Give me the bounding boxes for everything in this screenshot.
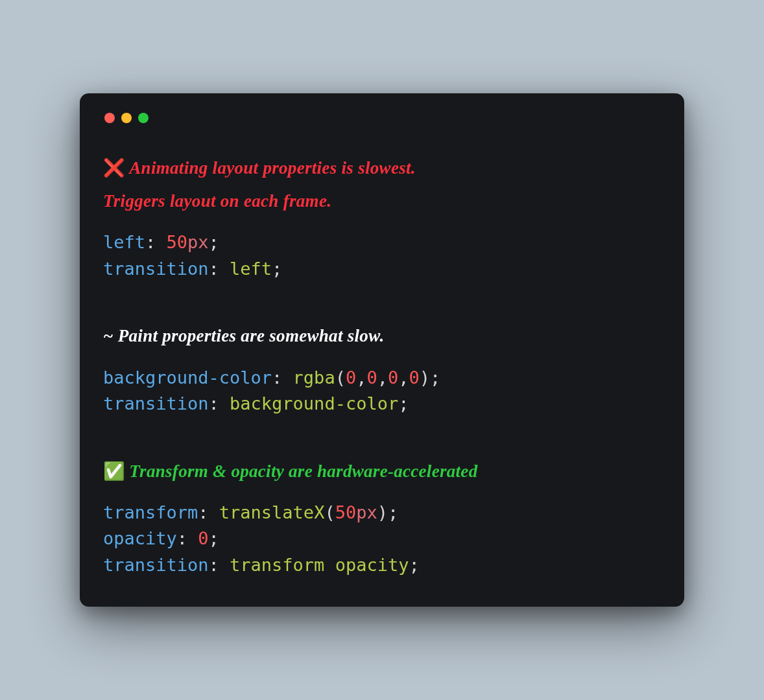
css-punctuation: : [177,528,198,548]
section-paint-properties: ~ Paint properties are somewhat slow. ba… [103,320,661,417]
css-punctuation [324,555,335,575]
css-number: 0 [346,368,356,388]
css-property: transition [103,259,209,279]
code-block-good: transform: translateX(50px); opacity: 0;… [103,500,661,579]
css-punctuation: ) [420,368,430,388]
css-punctuation: ( [335,368,346,388]
css-number: 0 [409,368,420,388]
css-value: background-color [230,393,398,414]
css-punctuation: : [272,368,293,388]
code-block-mid: background-color: rgba(0,0,0,0); transit… [103,365,661,417]
css-property: transform [103,502,198,522]
css-number: 0 [198,528,208,548]
window-zoom-icon[interactable] [138,113,149,123]
css-punctuation: : [209,393,230,414]
css-punctuation: : [209,259,230,279]
comment-mid: ~ Paint properties are somewhat slow. [103,320,661,353]
css-punctuation: , [398,368,409,388]
css-punctuation: , [356,368,366,388]
window-close-icon[interactable] [104,113,115,123]
css-value: transform [230,555,324,575]
css-function: rgba [293,368,335,388]
comment-mid-text: Paint properties are somewhat slow. [118,326,385,345]
css-punctuation: ; [409,555,419,575]
css-unit: px [187,232,209,252]
css-punctuation: ) [377,502,388,522]
css-punctuation: : [198,502,219,522]
traffic-lights [103,113,661,123]
css-value: left [230,259,272,279]
comment-good-text: Transform & opacity are hardware-acceler… [129,461,477,481]
css-property: left [103,232,145,252]
comment-good: ✅Transform & opacity are hardware-accele… [103,455,661,488]
css-property: background-color [103,368,272,388]
window-minimize-icon[interactable] [121,113,132,123]
css-punctuation: ; [209,528,219,548]
section-transform-opacity: ✅Transform & opacity are hardware-accele… [103,455,661,579]
code-window: ❌Animating layout properties is slowest.… [80,93,684,607]
css-punctuation: ( [324,502,335,522]
comment-bad-line2: Triggers layout on each frame. [103,191,331,211]
code-block-bad: left: 50px; transition: left; [103,229,661,282]
section-layout-properties: ❌Animating layout properties is slowest.… [103,152,661,283]
css-property: transition [103,393,209,414]
css-number: 0 [366,368,377,388]
comment-bad-line1: Animating layout properties is slowest. [129,158,416,178]
check-mark-icon: ✅ [103,461,125,482]
css-punctuation: ; [272,259,282,279]
css-property: transition [103,555,209,575]
css-function: translateX [219,502,325,522]
css-unit: px [356,502,377,522]
css-number: 50 [167,232,188,252]
css-punctuation: ; [209,232,219,252]
css-value: opacity [335,555,409,575]
css-punctuation: ; [388,502,398,522]
css-punctuation: : [209,555,230,575]
css-number: 50 [335,502,357,522]
css-punctuation: ; [398,393,409,414]
css-punctuation: : [145,232,167,252]
css-property: opacity [103,528,177,548]
css-punctuation: , [377,368,388,388]
css-number: 0 [388,368,398,388]
comment-bad: ❌Animating layout properties is slowest.… [103,152,661,218]
cross-mark-icon: ❌ [103,158,125,178]
comment-mid-prefix: ~ [103,326,118,345]
css-punctuation: ; [430,368,440,388]
